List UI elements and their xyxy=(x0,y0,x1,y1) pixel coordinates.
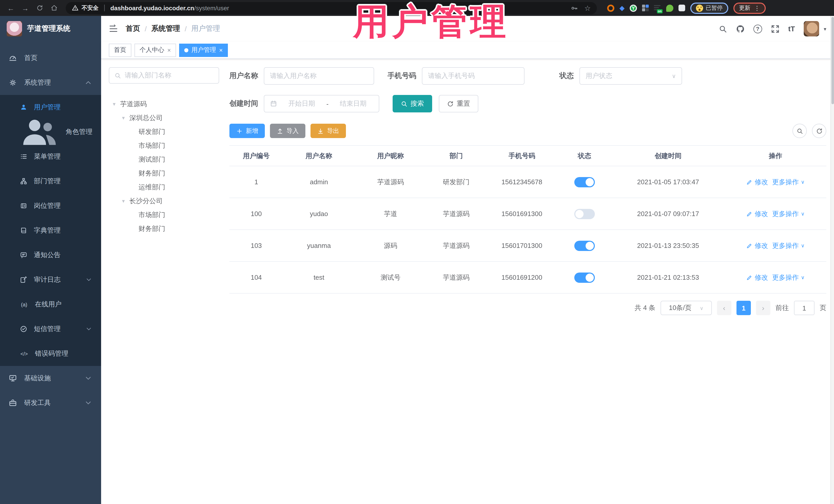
show-search-toggle-button[interactable] xyxy=(792,124,807,138)
sidebar-item-system[interactable]: 系统管理 xyxy=(0,70,101,95)
goto-page-input[interactable] xyxy=(794,301,814,315)
tree-node[interactable]: 市场部门 xyxy=(109,138,219,152)
more-actions-link[interactable]: 更多操作∨ xyxy=(772,177,805,187)
extension-green-y-icon[interactable]: Y xyxy=(630,4,637,12)
date-range-input[interactable]: 开始日期 - 结束日期 xyxy=(264,95,379,112)
close-icon[interactable]: × xyxy=(219,46,223,53)
help-icon[interactable]: ? xyxy=(753,24,762,33)
more-actions-link[interactable]: 更多操作∨ xyxy=(772,209,805,218)
tree-node[interactable]: 财务部门 xyxy=(109,222,219,236)
page-unit-label: 页 xyxy=(820,303,826,312)
close-icon[interactable]: × xyxy=(167,46,171,53)
tree-node[interactable]: ▼深圳总公司 xyxy=(109,111,219,125)
edit-link[interactable]: 修改 xyxy=(746,177,768,187)
sidebar-item-departments[interactable]: 部门管理 xyxy=(0,169,101,194)
filter-row-1: 用户名称 请输入用户名称 手机号码 请输入手机号码 状态 用户状态 ∨ xyxy=(229,67,826,85)
page-url[interactable]: dashboard.yudao.iocoder.cn/system/user xyxy=(110,4,229,12)
status-toggle[interactable] xyxy=(574,240,595,251)
sidebar-item-posts[interactable]: 岗位管理 xyxy=(0,194,101,218)
sidebar-item-devtools[interactable]: 研发工具 xyxy=(0,391,101,415)
status-toggle[interactable] xyxy=(574,272,595,283)
extension-blue-gem-icon[interactable]: ◆ xyxy=(619,5,624,11)
sidebar-item-online-users[interactable]: (a) 在线用户 xyxy=(0,292,101,317)
sidebar-item-sms[interactable]: 短信管理 xyxy=(0,317,101,341)
page-size-select[interactable]: 10条/页 ∨ xyxy=(660,301,712,315)
status-toggle[interactable] xyxy=(574,177,595,187)
github-icon[interactable] xyxy=(736,24,745,33)
extensions-puzzle-icon[interactable] xyxy=(679,5,685,11)
prev-page-button[interactable]: ‹ xyxy=(717,301,731,315)
more-actions-link[interactable]: 更多操作∨ xyxy=(772,273,805,282)
current-page-button[interactable]: 1 xyxy=(737,301,751,315)
reset-button[interactable]: 重置 xyxy=(439,95,478,112)
edit-link[interactable]: 修改 xyxy=(746,209,768,218)
extension-orange-icon[interactable] xyxy=(607,4,614,12)
status-toggle[interactable] xyxy=(574,209,595,219)
bookmark-star-icon[interactable]: ☆ xyxy=(584,4,591,12)
refresh-table-button[interactable] xyxy=(812,124,826,138)
sidebar-item-roles[interactable]: 角色管理 xyxy=(0,119,101,144)
tree-node[interactable]: 运维部门 xyxy=(109,180,219,194)
tab-home[interactable]: 首页 xyxy=(109,43,131,57)
expand-arrow-icon[interactable]: ▼ xyxy=(121,198,129,203)
paused-badge[interactable]: 已暂停 xyxy=(690,2,728,14)
browser-menu-icon[interactable]: ⋮ xyxy=(754,4,760,12)
export-button[interactable]: 导出 xyxy=(310,124,346,138)
sidebar-item-audit-log[interactable]: 审计日志 xyxy=(0,267,101,292)
sidebar-item-dictionary[interactable]: 字典管理 xyxy=(0,218,101,243)
sidebar-item-home[interactable]: 首页 xyxy=(0,46,101,70)
scrollbar-thumb[interactable] xyxy=(831,17,834,104)
tree-node[interactable]: 测试部门 xyxy=(109,152,219,166)
tab-user-management[interactable]: 用户管理 × xyxy=(179,43,228,57)
audit-log-icon xyxy=(20,276,27,283)
plus-icon xyxy=(236,128,243,134)
app-logo[interactable]: 芋道管理系统 xyxy=(0,16,101,42)
tree-node[interactable]: 财务部门 xyxy=(109,166,219,180)
extension-grid-icon[interactable] xyxy=(642,5,649,11)
browser-forward-icon[interactable]: → xyxy=(20,2,31,14)
total-count: 共 4 条 xyxy=(635,303,655,312)
security-warning[interactable]: 不安全 xyxy=(72,4,98,12)
fullscreen-icon[interactable] xyxy=(771,24,780,33)
security-label: 不安全 xyxy=(82,4,98,12)
tab-profile[interactable]: 个人中心 × xyxy=(134,43,176,57)
status-label: 状态 xyxy=(559,71,574,81)
edit-link[interactable]: 修改 xyxy=(746,241,768,250)
address-bar[interactable]: 不安全 dashboard.yudao.iocoder.cn/system/us… xyxy=(66,2,597,14)
browser-update-button[interactable]: 更新 ⋮ xyxy=(733,2,766,14)
search-button[interactable]: 搜索 xyxy=(393,95,432,112)
sidebar-item-error-codes[interactable]: </> 错误码管理 xyxy=(0,341,101,366)
add-button[interactable]: 新增 xyxy=(229,124,265,138)
browser-back-icon[interactable]: ← xyxy=(5,2,17,14)
username-input[interactable]: 请输入用户名称 xyxy=(264,67,374,85)
user-avatar[interactable] xyxy=(804,21,819,37)
sidebar-item-announcements[interactable]: 通知公告 xyxy=(0,243,101,267)
font-size-icon[interactable]: tT xyxy=(788,25,795,33)
tree-node[interactable]: 市场部门 xyxy=(109,208,219,222)
expand-arrow-icon[interactable]: ▼ xyxy=(112,101,120,107)
page-scrollbar[interactable] xyxy=(830,16,834,504)
browser-home-icon[interactable] xyxy=(48,2,60,14)
import-button[interactable]: 导入 xyxy=(270,124,305,138)
expand-arrow-icon[interactable]: ▼ xyxy=(121,115,129,120)
mobile-input[interactable]: 请输入手机号码 xyxy=(422,67,525,85)
calendar-icon xyxy=(270,100,277,107)
more-actions-link[interactable]: 更多操作∨ xyxy=(772,241,805,250)
edit-link[interactable]: 修改 xyxy=(746,273,768,282)
extension-leaf-icon[interactable] xyxy=(666,4,673,12)
sidebar-item-infrastructure[interactable]: 基础设施 xyxy=(0,366,101,391)
breadcrumb-system[interactable]: 系统管理 xyxy=(151,24,180,34)
tree-node[interactable]: 研发部门 xyxy=(109,125,219,138)
hamburger-icon[interactable] xyxy=(109,24,118,34)
browser-reload-icon[interactable] xyxy=(34,2,45,14)
department-search-input[interactable]: 请输入部门名称 xyxy=(109,67,219,84)
next-page-button[interactable]: › xyxy=(756,301,770,315)
search-icon[interactable] xyxy=(719,24,727,33)
status-select[interactable]: 用户状态 ∨ xyxy=(579,67,682,85)
extension-on-switch-icon[interactable]: on xyxy=(654,4,661,12)
tree-node[interactable]: ▼芋道源码 xyxy=(109,97,219,111)
breadcrumb-home[interactable]: 首页 xyxy=(126,24,140,34)
avatar-caret-icon[interactable]: ▾ xyxy=(824,26,826,31)
key-icon[interactable] xyxy=(571,4,578,12)
tree-node[interactable]: ▼长沙分公司 xyxy=(109,194,219,208)
